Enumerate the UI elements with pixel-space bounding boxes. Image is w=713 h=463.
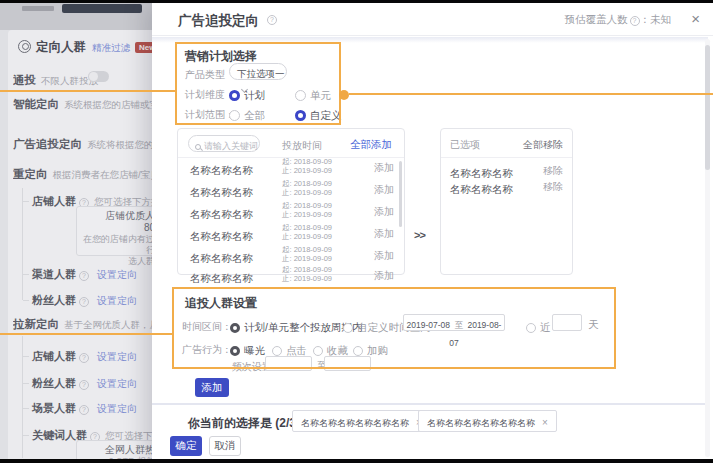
row-name: 名称名称名称	[190, 252, 253, 264]
item-label: 粉丝人群	[32, 294, 76, 306]
set-targeting-link[interactable]: 设置定向	[97, 351, 137, 362]
plan-list-panel: 请输入关键词 投放时间 全部添加 名称名称名称 起: 2018-09-09止: …	[177, 128, 405, 275]
list-scrollbar[interactable]	[399, 161, 402, 227]
card-line: 6 CTR 相似	[83, 456, 154, 459]
table-row[interactable]: 名称名称名称	[190, 268, 253, 286]
title-help-icon[interactable]	[267, 15, 277, 25]
precise-filter-link[interactable]: 精准过滤	[92, 42, 130, 53]
days-unit-label: 天	[588, 318, 599, 332]
screen: 定向人群精准过滤New 通投不限人群投放 智能定向系统根据您的店铺或宝贝为您 广…	[0, 0, 713, 463]
radio-icon[interactable]	[272, 346, 282, 356]
sidebar-item-scene-audience[interactable]: 场景人群设置定向	[23, 398, 154, 416]
date-start: 2019-07-08	[407, 320, 450, 330]
modal-scrollbar-thumb[interactable]	[705, 45, 710, 170]
add-row-button[interactable]: 添加	[374, 249, 394, 263]
background-blur-block	[22, 6, 54, 11]
radio-icon[interactable]	[229, 110, 240, 121]
remove-row-button[interactable]: 移除	[543, 180, 563, 194]
set-targeting-link[interactable]: 设置定向	[97, 269, 137, 280]
row-dates: 起: 2018-09-09止: 2019-09-09	[282, 202, 332, 219]
radio-label: 自定义	[310, 109, 342, 121]
time-column-header: 投放时间	[282, 139, 322, 153]
selection-tag[interactable]: 名称名称名称名称名称名称×	[418, 410, 557, 432]
tree-branch	[23, 201, 29, 202]
tag-text: 名称名称名称名称名称名称	[301, 418, 409, 428]
radio-option-recent[interactable]: 近	[526, 317, 551, 335]
radio-icon[interactable]	[526, 323, 536, 333]
item-label: 粉丝人群	[32, 377, 76, 389]
row-name: 名称名称名称	[190, 208, 253, 220]
sidebar-item-shop-audience-2[interactable]: 店铺人群设置定向	[23, 346, 154, 364]
selection-tag[interactable]: 名称名称名称名称名称名称×	[292, 410, 431, 432]
sidebar-item-ad-retargeting[interactable]: 广告追投定向系统将根据您的店铺或宝贝	[13, 134, 154, 152]
radio-icon[interactable]	[353, 346, 363, 356]
table-row[interactable]: 名称名称名称	[190, 248, 253, 266]
date-range-input[interactable]: 2019-07-08 至 2019-08-07	[403, 314, 505, 331]
sidebar-item-tongtou[interactable]: 通投不限人群投放	[13, 70, 154, 88]
set-targeting-link[interactable]: 设置定向	[97, 295, 137, 306]
add-all-link[interactable]: 全部添加	[350, 138, 392, 152]
item-label: 广告追投定向	[13, 138, 82, 150]
radio-selected-icon[interactable]	[295, 110, 306, 121]
tag-close-icon[interactable]: ×	[542, 417, 548, 428]
close-icon[interactable]: ×	[691, 10, 700, 27]
tree-branch	[23, 435, 29, 436]
radio-option-custom[interactable]: 自定义	[295, 105, 342, 123]
estimate-help-icon[interactable]	[630, 16, 640, 26]
item-desc: 根据消费者在您店铺/宝贝/内容等	[53, 169, 155, 180]
radio-icon[interactable]	[313, 346, 323, 356]
bottom-divider	[152, 403, 708, 405]
row-name: 名称名称名称	[190, 186, 253, 198]
shop-audience-card[interactable]: 店铺优质人 80 在您的店铺内有过行 选人群	[76, 206, 154, 256]
search-input[interactable]: 请输入关键词	[188, 135, 260, 152]
help-icon	[79, 405, 89, 415]
set-targeting-link[interactable]: 设置定向	[97, 403, 137, 414]
radio-selected-icon[interactable]	[230, 323, 240, 333]
selected-title: 已选项	[450, 138, 480, 152]
help-icon	[79, 353, 89, 363]
radio-icon[interactable]	[343, 323, 353, 333]
add-row-button[interactable]: 添加	[374, 227, 394, 241]
frequency-max-input[interactable]	[324, 356, 371, 371]
sidebar-item-acquisition[interactable]: 拉新定向基于全网优质人群，从店铺/粉丝	[13, 314, 154, 332]
table-row[interactable]: 名称名称名称	[190, 160, 253, 178]
modal-scrollbar-track[interactable]	[705, 39, 710, 457]
remove-all-link[interactable]: 全部移除	[523, 138, 563, 152]
radio-label: 收藏	[327, 344, 348, 356]
confirm-button[interactable]: 确定	[170, 436, 202, 456]
product-type-dropdown[interactable]: 下拉选项一	[229, 63, 287, 80]
sidebar-item-redirect[interactable]: 重定向根据消费者在您店铺/宝贝/内容等	[13, 164, 154, 182]
add-button[interactable]: 添加	[195, 378, 229, 397]
add-row-button[interactable]: 添加	[374, 161, 394, 175]
add-row-button[interactable]: 添加	[374, 269, 394, 283]
radio-icon[interactable]	[295, 90, 306, 101]
add-row-button[interactable]: 添加	[374, 205, 394, 219]
radio-selected-icon[interactable]	[229, 90, 240, 101]
table-row[interactable]: 名称名称名称	[190, 182, 253, 200]
table-row[interactable]: 名称名称名称	[190, 204, 253, 222]
radio-option-all[interactable]: 全部	[229, 105, 265, 123]
date-separator: 至	[454, 320, 463, 330]
dropdown-value: 下拉选项一	[237, 68, 285, 79]
audience-icon	[18, 40, 31, 53]
table-row[interactable]: 名称名称名称	[190, 226, 253, 244]
item-desc: 系统将根据您的店铺或宝贝	[87, 139, 154, 150]
frequency-min-input[interactable]	[265, 356, 312, 371]
recent-days-input[interactable]	[552, 314, 582, 331]
remove-row-button[interactable]: 移除	[543, 164, 563, 178]
radio-option-impression[interactable]: 曝光	[230, 340, 265, 358]
move-right-icon[interactable]: >>	[414, 229, 425, 241]
item-label: 渠道人群	[32, 268, 76, 280]
sidebar-item-fans-audience-2[interactable]: 粉丝人群设置定向	[23, 373, 154, 391]
radio-option-unit[interactable]: 单元	[295, 85, 331, 103]
cancel-button[interactable]: 取消	[209, 436, 241, 456]
add-row-button[interactable]: 添加	[374, 183, 394, 197]
sidebar-item-channel-audience[interactable]: 渠道人群设置定向	[23, 264, 154, 282]
radio-option-plan[interactable]: 计划	[229, 85, 265, 103]
radio-selected-icon[interactable]	[230, 346, 240, 356]
tongtou-toggle[interactable]	[88, 71, 109, 82]
keyword-audience-card[interactable]: 全网人群热 6 CTR 相似	[76, 440, 154, 459]
sidebar-item-fans-audience[interactable]: 粉丝人群设置定向	[23, 290, 154, 308]
sidebar-item-smart-targeting[interactable]: 智能定向系统根据您的店铺或宝贝为您	[13, 94, 154, 112]
set-targeting-link[interactable]: 设置定向	[97, 378, 137, 389]
